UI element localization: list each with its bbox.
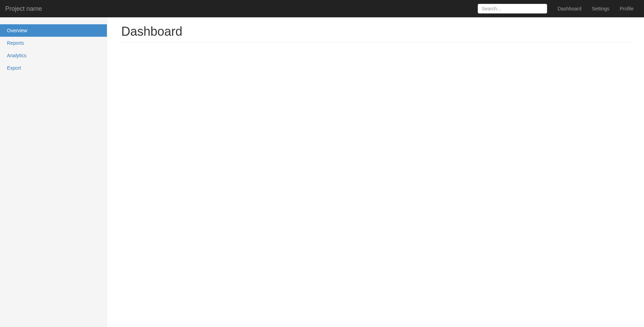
sidebar-item-analytics[interactable]: Analytics (0, 49, 107, 62)
main-container: Overview Reports Analytics Export Dashbo… (0, 17, 644, 327)
nav-link-settings[interactable]: Settings (587, 0, 615, 17)
navbar-brand[interactable]: Project name (5, 0, 42, 17)
sidebar-nav: Overview Reports Analytics Export (0, 24, 107, 74)
page-title: Dashboard (121, 24, 630, 42)
main-content: Dashboard (107, 17, 644, 327)
sidebar-item-reports[interactable]: Reports (0, 37, 107, 49)
sidebar-item-overview[interactable]: Overview (0, 24, 107, 37)
search-form (478, 4, 547, 14)
navbar-links: Dashboard Settings Profile (552, 0, 639, 17)
navbar-right: Dashboard Settings Profile (478, 0, 639, 17)
nav-link-dashboard[interactable]: Dashboard (552, 0, 587, 17)
sidebar-item-export[interactable]: Export (0, 62, 107, 74)
top-navbar: Project name Dashboard Settings Profile (0, 0, 644, 17)
sidebar: Overview Reports Analytics Export (0, 17, 107, 327)
search-input[interactable] (478, 4, 547, 14)
nav-link-profile[interactable]: Profile (614, 0, 639, 17)
